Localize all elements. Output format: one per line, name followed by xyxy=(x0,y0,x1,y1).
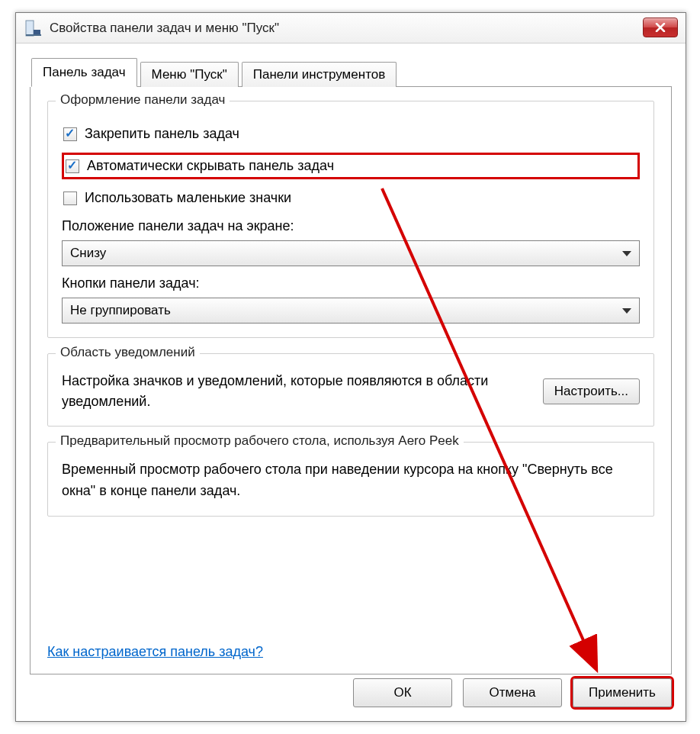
properties-dialog: Свойства панели задач и меню "Пуск" Пане… xyxy=(15,12,686,722)
checkbox-small-icons-label: Использовать маленькие значки xyxy=(85,190,291,206)
checkbox-small-icons-row[interactable]: Использовать маленькие значки xyxy=(62,187,640,209)
dialog-button-row: ОК Отмена Применить xyxy=(353,678,672,707)
combo-taskbar-position[interactable]: Снизу xyxy=(62,240,640,266)
tabstrip: Панель задач Меню "Пуск" Панели инструме… xyxy=(31,57,672,87)
group-legend: Предварительный просмотр рабочего стола,… xyxy=(56,433,464,449)
checkbox-autohide-taskbar[interactable] xyxy=(66,159,79,173)
ok-button[interactable]: ОК xyxy=(353,678,452,707)
cancel-button[interactable]: Отмена xyxy=(463,678,562,707)
help-link[interactable]: Как настраивается панель задач? xyxy=(47,644,263,660)
checkbox-lock-taskbar-label: Закрепить панель задач xyxy=(85,126,239,142)
chevron-down-icon xyxy=(622,308,631,314)
svg-rect-2 xyxy=(26,34,41,36)
label-taskbar-position: Положение панели задач на экране: xyxy=(62,218,640,234)
tab-toolbars[interactable]: Панели инструментов xyxy=(242,62,397,87)
titlebar: Свойства панели задач и меню "Пуск" xyxy=(16,13,686,43)
checkbox-lock-taskbar-row[interactable]: Закрепить панель задач xyxy=(62,123,640,145)
combo-taskbar-buttons[interactable]: Не группировать xyxy=(62,298,640,324)
tab-start-menu[interactable]: Меню "Пуск" xyxy=(140,62,239,87)
tab-taskbar[interactable]: Панель задач xyxy=(31,58,137,87)
checkbox-lock-taskbar[interactable] xyxy=(63,127,77,141)
group-notification-area: Область уведомлений Настройка значков и … xyxy=(47,353,654,427)
group-legend: Область уведомлений xyxy=(56,345,200,360)
group-aero-peek: Предварительный просмотр рабочего стола,… xyxy=(47,442,654,517)
window-icon xyxy=(24,19,42,37)
aero-peek-text: Временный просмотр рабочего стола при на… xyxy=(62,459,640,502)
close-icon xyxy=(655,23,666,32)
group-taskbar-appearance: Оформление панели задач Закрепить панель… xyxy=(47,101,654,338)
tab-content: Оформление панели задач Закрепить панель… xyxy=(30,87,672,674)
checkbox-small-icons[interactable] xyxy=(63,192,77,205)
apply-button[interactable]: Применить xyxy=(573,678,672,707)
combo-taskbar-buttons-value: Не группировать xyxy=(70,303,171,318)
checkbox-autohide-taskbar-label: Автоматически скрывать панель задач xyxy=(87,158,334,174)
svg-rect-0 xyxy=(26,21,34,36)
window-title: Свойства панели задач и меню "Пуск" xyxy=(50,21,279,36)
close-button[interactable] xyxy=(643,18,678,37)
notification-area-text: Настройка значков и уведомлений, которые… xyxy=(62,371,532,412)
customize-button[interactable]: Настроить... xyxy=(543,378,640,404)
combo-taskbar-position-value: Снизу xyxy=(70,246,106,261)
label-taskbar-buttons: Кнопки панели задач: xyxy=(62,275,640,291)
client-area: Панель задач Меню "Пуск" Панели инструме… xyxy=(16,43,686,721)
checkbox-autohide-taskbar-row[interactable]: Автоматически скрывать панель задач xyxy=(62,153,640,179)
group-legend: Оформление панели задач xyxy=(56,92,230,108)
chevron-down-icon xyxy=(622,251,631,256)
